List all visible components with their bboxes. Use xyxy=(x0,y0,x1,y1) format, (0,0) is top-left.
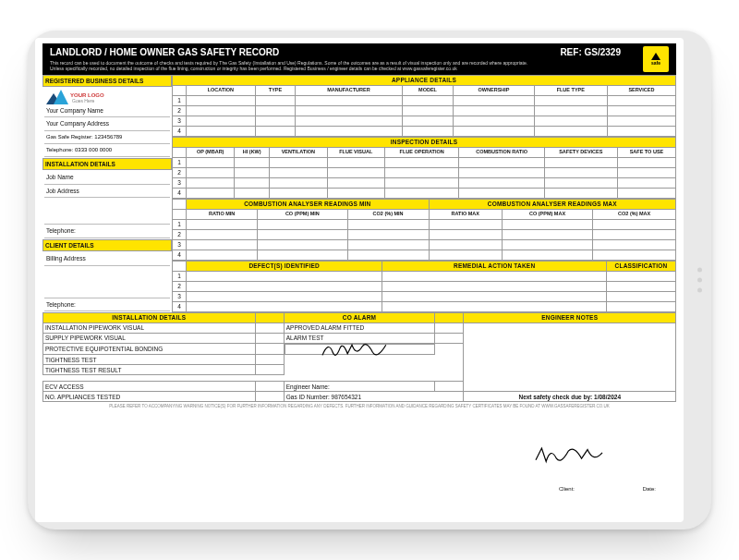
inspection-section: INSPECTION DETAILS xyxy=(173,137,676,147)
telephone-2: Telephone: xyxy=(44,225,170,237)
document-screen: LANDLORD / HOME OWNER GAS SAFETY RECORD … xyxy=(35,38,684,522)
install-details-header: INSTALLATION DETAILS xyxy=(42,158,172,170)
doc-title: LANDLORD / HOME OWNER GAS SAFETY RECORD xyxy=(50,47,530,58)
appliance-section: APPLIANCE DETAILS xyxy=(173,75,676,85)
tablet-frame: LANDLORD / HOME OWNER GAS SAFETY RECORD … xyxy=(28,30,711,530)
doc-ref: REF: GS/2329 xyxy=(560,47,621,58)
engineer-notes-section: ENGINEER NOTES xyxy=(464,312,676,323)
client-label: Client: xyxy=(559,486,575,493)
engineer-name-label: Engineer Name: xyxy=(284,382,434,392)
date-label: Date: xyxy=(643,486,656,493)
job-name: Job Name xyxy=(44,171,170,184)
billing-address: Billing Address xyxy=(44,252,170,265)
defects-table: DEFECT(S) IDENTIFIED REMEDIAL ACTION TAK… xyxy=(172,261,676,312)
engineer-notes-field[interactable] xyxy=(464,323,676,392)
telephone-1: Telephone: 0333 000 0000 xyxy=(44,144,170,157)
telephone-3: Telephone: xyxy=(44,298,170,311)
footer-text: PLEASE REFER TO ACCOMPANYING WARNING NOT… xyxy=(42,402,676,408)
analyser-table: COMBUSTION ANALYSER READINGS MIN COMBUST… xyxy=(172,199,676,261)
gas-id-number: Gas ID Number: 987654321 xyxy=(284,392,464,402)
doc-subtext: This record can be used to document the … xyxy=(50,60,530,71)
left-column: REGISTERED BUSINESS DETAILS YOUR LOGO Go… xyxy=(42,75,172,312)
company-logo: YOUR LOGO Goes Here xyxy=(44,88,170,104)
doc-header: LANDLORD / HOME OWNER GAS SAFETY RECORD … xyxy=(42,43,676,75)
gas-safe-register: Gas Safe Register: 123456789 xyxy=(44,131,170,144)
inspection-table: INSPECTION DETAILS OP (MBAR) HI (KW) VEN… xyxy=(172,137,676,199)
gas-safe-logo: safe xyxy=(643,46,669,72)
bottom-section: INSTALLATION DETAILS CO ALARM ENGINEER N… xyxy=(42,312,676,403)
install-details-section: INSTALLATION DETAILS xyxy=(43,312,256,323)
company-address: Your Company Address xyxy=(44,117,170,130)
reg-business-header: REGISTERED BUSINESS DETAILS xyxy=(42,75,172,87)
engineer-signature xyxy=(285,344,435,355)
client-details-header: CLIENT DETAILS xyxy=(42,239,172,251)
co-alarm-section: CO ALARM xyxy=(284,312,434,323)
client-signature xyxy=(499,437,647,474)
company-name: Your Company Name xyxy=(44,104,170,117)
job-address: Job Address xyxy=(44,185,170,198)
appliance-table: APPLIANCE DETAILS LOCATION TYPE MANUFACT… xyxy=(172,75,676,137)
right-column: APPLIANCE DETAILS LOCATION TYPE MANUFACT… xyxy=(172,75,676,312)
next-check-due: Next safety check due by: 1/08/2024 xyxy=(464,392,676,402)
